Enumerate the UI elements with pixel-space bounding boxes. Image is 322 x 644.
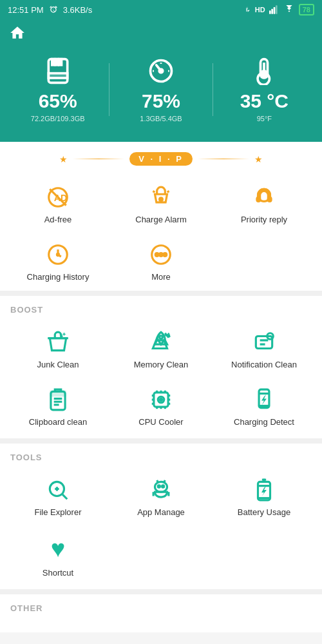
- clipboard-clean-icon: [46, 387, 70, 412]
- home-row: [0, 19, 322, 44]
- cpu-cooler-icon: [149, 387, 173, 412]
- svg-rect-8: [48, 73, 67, 78]
- svg-marker-57: [261, 395, 267, 405]
- storage-stat: 65% 72.2GB/109.3GB: [6, 57, 109, 122]
- feature-item-shortcut[interactable]: ♥ Shortcut: [6, 526, 109, 587]
- feature-item-battery-usage[interactable]: Battery Usage: [213, 469, 316, 526]
- hd-label: HD: [255, 6, 265, 14]
- vip-item-charge-alarm[interactable]: Charge Alarm: [109, 176, 213, 233]
- section-divider-3: [0, 589, 322, 594]
- vip-star-left: ★: [59, 154, 68, 164]
- speedometer-icon: [147, 57, 175, 88]
- junk-clean-label: Junk Clean: [37, 360, 79, 369]
- svg-point-66: [162, 485, 164, 487]
- svg-rect-1: [271, 9, 273, 14]
- svg-rect-2: [273, 7, 275, 14]
- boost-section: BOOST Junk Clean: [0, 296, 322, 438]
- tools-section: TOOLS File Explorer: [0, 444, 322, 589]
- ad-free-icon: AD: [46, 185, 70, 210]
- ram-percent: 75%: [142, 92, 180, 111]
- feature-item-notification-clean[interactable]: Notification Clean: [213, 321, 316, 378]
- memory-clean-label: Memory Clean: [134, 360, 189, 369]
- section-divider-1: [0, 291, 322, 296]
- notification-clean-label: Notification Clean: [231, 360, 297, 369]
- svg-point-23: [155, 253, 158, 257]
- battery-level: 78: [303, 6, 310, 14]
- tools-grid: File Explorer App Manage: [6, 469, 316, 587]
- ram-detail: 1.3GB/5.4GB: [140, 115, 182, 122]
- storage-detail: 72.2GB/109.3GB: [31, 115, 85, 122]
- alarm-icon: [49, 5, 58, 14]
- signal-icon: [269, 5, 279, 14]
- boost-grid: Junk Clean Memory Clean: [6, 321, 316, 436]
- vip-line-left: [73, 159, 124, 159]
- file-explorer-icon: [46, 478, 70, 502]
- cpu-cooler-label: CPU Cooler: [138, 417, 183, 427]
- notification-clean-icon: [252, 330, 276, 355]
- charge-alarm-icon: [149, 185, 173, 210]
- svg-line-64: [164, 480, 166, 482]
- vip-item-charging-history[interactable]: Charging History: [6, 233, 109, 291]
- feature-item-charging-detect[interactable]: Charging Detect: [213, 378, 316, 436]
- vip-badge[interactable]: V · I · P: [129, 152, 193, 166]
- temp-stat: 35 °C 95°F: [213, 57, 316, 122]
- feature-item-memory-clean[interactable]: Memory Clean: [109, 321, 213, 378]
- svg-point-21: [57, 253, 59, 255]
- svg-rect-5: [52, 59, 54, 65]
- status-bar: 12:51 PM 3.6KB/s HD 78: [0, 0, 322, 19]
- vip-grid: AD Ad-free Charge Alarm: [0, 176, 322, 291]
- vip-item-more[interactable]: More: [109, 233, 213, 291]
- home-icon[interactable]: [9, 24, 313, 44]
- status-left: 12:51 PM 3.6KB/s: [8, 5, 92, 15]
- feature-item-junk-clean[interactable]: Junk Clean: [6, 321, 109, 378]
- battery-indicator: 78: [299, 4, 314, 15]
- svg-point-65: [158, 485, 160, 487]
- feature-item-clipboard-clean[interactable]: Clipboard clean: [6, 378, 109, 436]
- svg-point-24: [160, 253, 163, 257]
- charge-alarm-label: Charge Alarm: [135, 215, 186, 224]
- time-label: 12:51 PM: [8, 5, 44, 15]
- svg-point-15: [160, 198, 163, 201]
- battery-usage-icon: [252, 478, 276, 502]
- top-stats: 65% 72.2GB/109.3GB 75% 1.3GB/5.4GB 35 °C: [0, 44, 322, 142]
- feature-item-app-manage[interactable]: App Manage: [109, 469, 213, 526]
- svg-rect-6: [55, 59, 58, 65]
- app-manage-icon: [149, 478, 173, 502]
- ad-free-label: Ad-free: [44, 215, 72, 224]
- other-section: OTHER: [0, 594, 322, 632]
- svg-point-25: [164, 253, 167, 257]
- battery-usage-label: Battery Usage: [238, 507, 290, 517]
- svg-rect-32: [51, 391, 65, 395]
- svg-rect-19: [268, 197, 271, 201]
- vip-item-priority-reply[interactable]: Priority reply: [213, 176, 316, 233]
- vip-banner: ★ V · I · P ★: [0, 152, 322, 166]
- app-manage-label: App Manage: [137, 507, 185, 517]
- charging-detect-icon: [252, 387, 276, 412]
- svg-line-63: [157, 480, 158, 482]
- svg-point-10: [159, 69, 163, 73]
- junk-clean-icon: [46, 330, 70, 355]
- storage-percent: 65%: [39, 92, 77, 111]
- section-divider-2: [0, 438, 322, 444]
- thermometer-icon: [250, 57, 278, 88]
- vip-item-ad-free[interactable]: AD Ad-free: [6, 176, 109, 233]
- charging-detect-label: Charging Detect: [234, 417, 294, 427]
- more-label: More: [151, 272, 171, 282]
- boost-title: BOOST: [6, 305, 316, 315]
- bluetooth-icon: [243, 5, 251, 15]
- vip-star-right: ★: [254, 154, 263, 164]
- shortcut-heart-icon: ♥: [51, 535, 66, 563]
- svg-point-28: [160, 336, 163, 339]
- status-right: HD 78: [243, 4, 314, 15]
- feature-item-file-explorer[interactable]: File Explorer: [6, 469, 109, 526]
- temp-celsius: 35 °C: [240, 92, 289, 111]
- vip-line-right: [198, 159, 249, 159]
- svg-rect-0: [269, 10, 271, 14]
- feature-item-cpu-cooler[interactable]: CPU Cooler: [109, 378, 213, 436]
- storage-icon: [44, 57, 72, 88]
- shortcut-label: Shortcut: [43, 568, 73, 578]
- tools-title: TOOLS: [6, 453, 316, 462]
- charging-history-icon: [46, 242, 70, 267]
- priority-reply-icon: [252, 185, 276, 210]
- svg-rect-3: [276, 5, 278, 14]
